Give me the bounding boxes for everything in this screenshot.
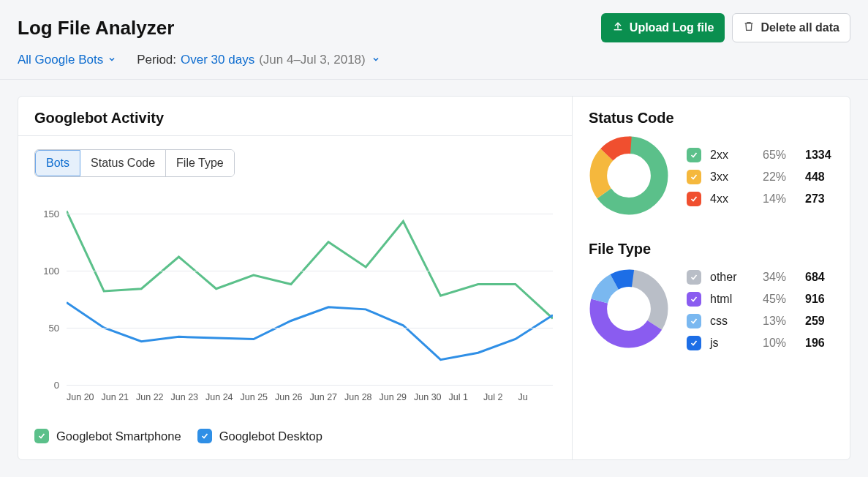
file-type-legend: other34%684html45%916css13%259js10%196 (687, 266, 842, 354)
x-tick: Jun 20 (67, 392, 102, 402)
svg-point-6 (598, 278, 659, 339)
file-type-row[interactable]: js10%196 (687, 332, 842, 354)
checkbox-icon (197, 429, 212, 443)
file-type-title: File Type (589, 241, 834, 258)
trash-icon (743, 20, 755, 35)
page-title: Log File Analyzer (18, 17, 174, 40)
x-tick: Ju (518, 392, 554, 402)
status-code-title: Status Code (589, 110, 834, 127)
upload-log-button[interactable]: Upload Log file (601, 13, 725, 42)
upload-icon (612, 20, 624, 35)
legend-count: 916 (805, 293, 842, 306)
legend-percent: 13% (763, 315, 796, 328)
tab-bots[interactable]: Bots (35, 150, 80, 176)
activity-tabs: BotsStatus CodeFile Type (34, 149, 235, 177)
legend-percent: 10% (763, 337, 796, 350)
status-code-legend: 2xx65%13343xx22%4484xx14%273 (687, 144, 842, 210)
period-value: Over 30 days (181, 53, 254, 67)
legend-label: html (710, 293, 754, 306)
svg-point-2 (598, 145, 659, 206)
period-range: (Jun 4–Jul 3, 2018) (259, 53, 366, 67)
legend-count: 684 (805, 271, 842, 284)
checkbox-icon (687, 336, 701, 350)
legend-label: 2xx (710, 149, 754, 162)
x-tick: Jul 2 (483, 392, 518, 402)
x-tick: Jun 24 (205, 392, 241, 402)
legend-label: Googlebot Desktop (219, 429, 322, 443)
legend-count: 448 (805, 170, 842, 184)
legend-percent: 45% (763, 293, 796, 306)
file-type-row[interactable]: html45%916 (687, 288, 842, 310)
x-tick: Jun 22 (136, 392, 171, 402)
delete-all-button[interactable]: Delete all data (732, 13, 850, 42)
status-code-donut (589, 135, 669, 219)
checkbox-icon (687, 314, 701, 328)
activity-line-chart: 050100150 Jun 20Jun 21Jun 22Jun 23Jun 24… (34, 202, 556, 414)
file-type-row[interactable]: other34%684 (687, 266, 842, 288)
status-code-row[interactable]: 3xx22%448 (687, 166, 842, 188)
legend-count: 1334 (805, 149, 842, 162)
y-tick: 100 (43, 265, 59, 276)
checkbox-icon (687, 292, 701, 307)
x-tick: Jun 26 (275, 392, 310, 402)
legend-label: other (710, 271, 754, 284)
x-tick: Jun 28 (344, 392, 380, 402)
chevron-down-icon (107, 53, 116, 67)
legend-label: 4xx (710, 192, 754, 206)
delete-label: Delete all data (761, 21, 839, 34)
x-tick: Jun 25 (241, 392, 276, 402)
period-label: Period: (137, 53, 176, 67)
legend-percent: 65% (763, 149, 796, 162)
legend-label: Googlebot Smartphone (56, 429, 181, 443)
legend-count: 259 (805, 315, 842, 328)
status-code-row[interactable]: 2xx65%1334 (687, 144, 842, 166)
legend-percent: 14% (763, 192, 796, 206)
bot-filter-dropdown[interactable]: All Google Bots (18, 53, 116, 67)
x-tick: Jun 21 (102, 392, 137, 402)
tab-status-code[interactable]: Status Code (80, 150, 166, 176)
legend-item[interactable]: Googlebot Desktop (197, 429, 322, 443)
legend-count: 196 (805, 337, 842, 350)
activity-legend: Googlebot SmartphoneGooglebot Desktop (34, 429, 556, 443)
checkbox-icon (687, 148, 701, 162)
checkbox-icon (687, 270, 701, 285)
y-tick: 0 (54, 380, 59, 391)
y-tick: 150 (43, 208, 59, 219)
y-tick: 50 (49, 322, 59, 333)
legend-item[interactable]: Googlebot Smartphone (34, 429, 181, 443)
chevron-down-icon (371, 53, 380, 67)
x-tick: Jun 23 (171, 392, 206, 402)
tab-file-type[interactable]: File Type (166, 150, 234, 176)
legend-percent: 22% (763, 170, 796, 184)
legend-count: 273 (805, 192, 842, 206)
bot-filter-label: All Google Bots (18, 53, 103, 67)
legend-label: js (710, 337, 754, 350)
x-tick: Jun 30 (414, 392, 449, 402)
legend-percent: 34% (763, 271, 796, 284)
period-filter[interactable]: Period: Over 30 days (Jun 4–Jul 3, 2018) (137, 53, 380, 67)
checkbox-icon (687, 192, 701, 206)
file-type-donut (589, 268, 669, 352)
upload-label: Upload Log file (630, 21, 714, 34)
x-tick: Jun 27 (310, 392, 345, 402)
activity-title: Googlebot Activity (34, 110, 556, 127)
checkbox-icon (34, 429, 49, 443)
x-tick: Jul 1 (449, 392, 484, 402)
checkbox-icon (687, 170, 701, 184)
legend-label: 3xx (710, 170, 754, 184)
x-tick: Jun 29 (380, 392, 415, 402)
status-code-row[interactable]: 4xx14%273 (687, 188, 842, 210)
file-type-row[interactable]: css13%259 (687, 310, 842, 332)
legend-label: css (710, 315, 754, 328)
